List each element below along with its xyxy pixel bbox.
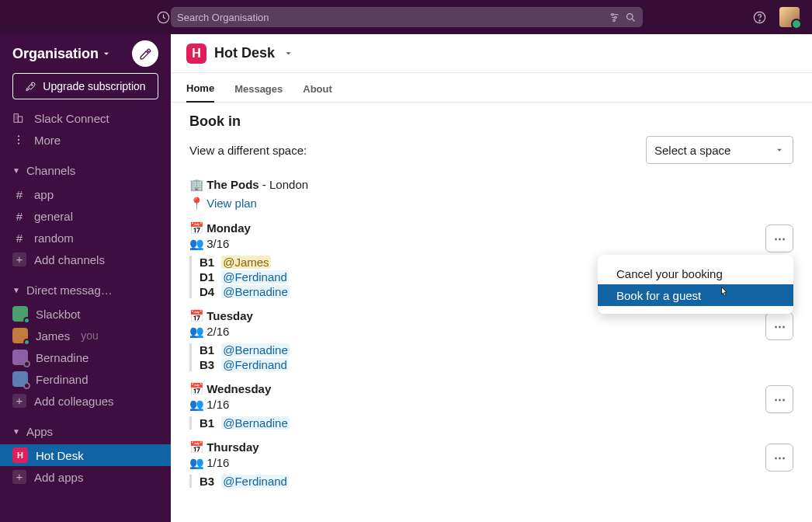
- user-mention[interactable]: @James: [221, 256, 270, 269]
- day-block: 📅 Monday 👥 3/16 B1 @JamesD1 @FerdinandD4…: [189, 221, 793, 298]
- dm-item[interactable]: Bernadine: [0, 346, 171, 368]
- search-icon[interactable]: [625, 12, 637, 23]
- user-avatar: [12, 350, 28, 365]
- user-mention[interactable]: @Bernadine: [221, 285, 290, 298]
- history-icon[interactable]: [156, 10, 171, 25]
- caret-icon: ▼: [12, 166, 20, 175]
- sidebar: Organisation Upgrade subscription Slack …: [0, 34, 171, 522]
- chevron-down-icon[interactable]: [283, 47, 294, 59]
- add-colleagues[interactable]: + Add colleagues: [0, 390, 171, 412]
- more-icon: [12, 134, 26, 146]
- desk-slot: B3: [200, 358, 218, 371]
- caret-icon: ▼: [12, 427, 20, 436]
- day-name: Monday: [206, 221, 251, 235]
- svg-point-7: [32, 84, 33, 85]
- dm-item[interactable]: Ferdinand: [0, 368, 171, 390]
- app-item[interactable]: HHot Desk: [0, 444, 171, 466]
- booking-row: B3 @Ferdinand: [200, 475, 793, 488]
- tab-about[interactable]: About: [303, 83, 332, 102]
- day-actions-button[interactable]: ⋯: [765, 224, 793, 252]
- channel-item[interactable]: #app: [0, 183, 171, 205]
- hotdesk-app-icon: H: [12, 447, 28, 463]
- chevron-down-icon: [774, 144, 785, 155]
- topbar-right: [752, 7, 800, 27]
- occupancy-count: 1/16: [206, 456, 229, 469]
- day-name: Wednesday: [206, 382, 271, 395]
- dm-name: James: [36, 329, 70, 343]
- workspace-switcher[interactable]: Organisation: [0, 34, 171, 73]
- workspace-name: Organisation: [12, 46, 99, 62]
- presence-icon: [23, 360, 30, 367]
- dm-name: Slackbot: [36, 308, 81, 321]
- add-apps[interactable]: + Add apps: [0, 466, 171, 488]
- channel-name: general: [34, 210, 73, 223]
- view-plan-link[interactable]: View plan: [206, 197, 257, 210]
- people-emoji: 👥: [189, 325, 203, 339]
- booking-list: B1 @BernadineB3 @Ferdinand: [189, 343, 793, 371]
- desk-slot: B1: [200, 416, 218, 430]
- filter-icon[interactable]: [609, 12, 620, 23]
- day-actions-button[interactable]: ⋯: [765, 385, 793, 413]
- user-mention[interactable]: @Bernadine: [221, 416, 290, 430]
- channel-item[interactable]: #random: [0, 227, 171, 249]
- tab-messages[interactable]: Messages: [234, 83, 283, 102]
- user-avatar[interactable]: [779, 7, 800, 27]
- caret-icon: ▼: [12, 286, 20, 294]
- user-mention[interactable]: @Ferdinand: [221, 270, 289, 284]
- nav-label: Add colleagues: [34, 395, 114, 408]
- tab-home[interactable]: Home: [186, 82, 214, 103]
- day-block: 📅 Tuesday 👥 2/16 B1 @BernadineB3 @Ferdin…: [189, 309, 793, 371]
- calendar-emoji: 📅: [189, 382, 203, 396]
- desk-slot: B3: [200, 475, 218, 488]
- nav-label: Slack Connect: [34, 112, 109, 125]
- desk-slot: B1: [200, 256, 218, 269]
- presence-icon: [23, 317, 30, 324]
- calendar-emoji: 📅: [189, 309, 203, 323]
- dm-item[interactable]: Slackbot: [0, 303, 171, 325]
- desk-slot: B1: [200, 343, 218, 357]
- help-icon[interactable]: [752, 10, 767, 25]
- user-mention[interactable]: @Ferdinand: [221, 475, 289, 488]
- day-name: Thursday: [206, 440, 259, 454]
- user-mention[interactable]: @Bernadine: [221, 343, 290, 357]
- user-avatar: [12, 371, 28, 387]
- day-actions-button[interactable]: ⋯: [765, 312, 793, 340]
- svg-point-12: [18, 143, 19, 144]
- day-actions-button[interactable]: ⋯: [765, 444, 793, 472]
- channel-header: H Hot Desk: [171, 34, 812, 73]
- cancel-booking-item[interactable]: Cancel your booking: [598, 263, 793, 284]
- user-mention[interactable]: @Ferdinand: [221, 358, 289, 371]
- dm-name: Bernadine: [36, 351, 88, 364]
- rocket-icon: [25, 81, 36, 92]
- you-label: you: [81, 329, 99, 342]
- hash-icon: #: [12, 231, 26, 245]
- svg-point-10: [18, 135, 19, 137]
- nav-more[interactable]: More: [0, 129, 171, 151]
- section-dms[interactable]: ▼ Direct messag…: [0, 277, 171, 303]
- building-icon: [12, 112, 26, 124]
- app-name: Hot Desk: [214, 45, 275, 61]
- nav-slack-connect[interactable]: Slack Connect: [0, 107, 171, 129]
- upgrade-button[interactable]: Upgrade subscription: [12, 73, 158, 99]
- dm-item[interactable]: Jamesyou: [0, 325, 171, 346]
- book-for-guest-item[interactable]: Book for a guest: [598, 284, 793, 306]
- app-name: Hot Desk: [36, 449, 84, 462]
- plus-icon: +: [12, 394, 26, 408]
- add-channels[interactable]: + Add channels: [0, 249, 171, 270]
- search-input[interactable]: Search Organisation: [171, 7, 643, 27]
- section-apps[interactable]: ▼ Apps: [0, 418, 171, 444]
- section-label: Apps: [26, 425, 53, 438]
- booking-row: B1 @Bernadine: [200, 416, 793, 430]
- tab-row: Home Messages About: [171, 73, 812, 103]
- hotdesk-app-icon: H: [186, 44, 206, 64]
- dm-name: Ferdinand: [36, 373, 88, 386]
- booking-actions-menu: Cancel your booking Book for a guest: [598, 255, 793, 314]
- channel-item[interactable]: #general: [0, 205, 171, 227]
- section-channels[interactable]: ▼ Channels: [0, 157, 171, 183]
- presence-icon: [23, 382, 30, 389]
- compose-button[interactable]: [132, 40, 158, 67]
- view-space-label: View a different space:: [189, 144, 307, 157]
- occupancy-count: 1/16: [206, 398, 229, 411]
- space-select[interactable]: Select a space: [646, 136, 793, 164]
- building-emoji: 🏢: [189, 178, 203, 192]
